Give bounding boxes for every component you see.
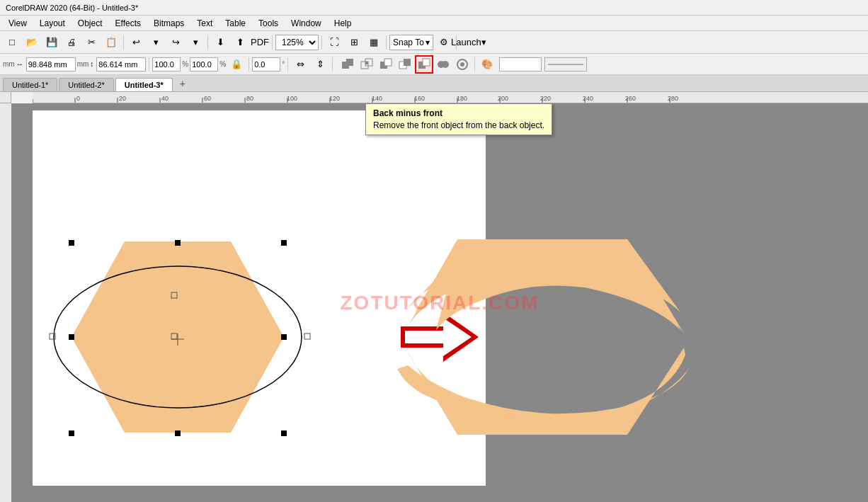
svg-rect-15 xyxy=(33,92,868,103)
tab-add-button[interactable]: + xyxy=(174,76,191,91)
sep3 xyxy=(272,35,273,50)
sep-prop3 xyxy=(287,57,288,72)
width-field: mm ↔ xyxy=(3,57,76,72)
scale-h-field: % xyxy=(190,57,226,72)
tabs-bar: Untitled-1* Untitled-2* Untitled-3* + xyxy=(0,75,868,92)
transform-btn1[interactable]: ⇔ xyxy=(291,55,309,74)
svg-point-14 xyxy=(460,62,464,67)
front-minus-back-button[interactable] xyxy=(396,55,414,74)
height-field: mm ↕ xyxy=(77,57,147,72)
redo-button[interactable]: ↪ xyxy=(166,33,185,52)
svg-point-12 xyxy=(442,61,449,68)
zoom-combo[interactable]: 125% 100% 75% 50% xyxy=(275,35,319,50)
svg-text:220: 220 xyxy=(540,95,551,102)
width-unit-label: mm xyxy=(3,60,15,68)
intersect-button[interactable] xyxy=(358,55,376,74)
menu-tools[interactable]: Tools xyxy=(253,17,284,30)
settings-button[interactable]: ⚙ xyxy=(435,33,453,52)
ruler-v-svg xyxy=(0,103,11,502)
svg-rect-8 xyxy=(404,59,411,66)
toolbar1: □ 📂 💾 🖨 ✂ 📋 ↩ ▾ ↪ ▾ ⬇ ⬆ PDF 125% 100% 75… xyxy=(0,31,868,54)
cut-button[interactable]: ✂ xyxy=(82,33,101,52)
height-input[interactable] xyxy=(96,57,146,72)
new-button[interactable]: □ xyxy=(3,33,21,52)
sep1 xyxy=(123,35,124,50)
menu-layout[interactable]: Layout xyxy=(34,17,71,30)
menu-text[interactable]: Text xyxy=(191,17,218,30)
fill-color-preview[interactable] xyxy=(499,57,542,72)
tab-untitled1[interactable]: Untitled-1* xyxy=(3,78,57,91)
boundary-button[interactable] xyxy=(453,55,472,74)
menu-effects[interactable]: Effects xyxy=(110,17,147,30)
sep-prop1 xyxy=(149,57,149,72)
svg-text:180: 180 xyxy=(457,95,467,102)
svg-text:240: 240 xyxy=(583,95,593,102)
pdf-button[interactable]: PDF xyxy=(251,33,269,52)
width-input[interactable] xyxy=(26,57,76,72)
angle-input[interactable] xyxy=(252,57,280,72)
tooltip-title: Back minus front xyxy=(373,108,544,118)
svg-text:140: 140 xyxy=(372,95,382,102)
menu-view[interactable]: View xyxy=(3,17,33,30)
canvas-area: ZOTUTORIAL.COM xyxy=(0,103,868,502)
scale-h-input[interactable] xyxy=(190,57,218,72)
tab-untitled3[interactable]: Untitled-3* xyxy=(115,78,173,91)
weld-button[interactable] xyxy=(338,55,357,74)
outline-color-preview[interactable] xyxy=(544,57,587,72)
svg-text:160: 160 xyxy=(414,95,425,102)
transform-btn2[interactable]: ⇕ xyxy=(311,55,329,74)
simplify-button[interactable] xyxy=(434,55,452,74)
handle-tl xyxy=(69,240,74,246)
snap-arrow[interactable]: ▾ xyxy=(426,38,430,47)
svg-text:0: 0 xyxy=(76,95,80,102)
ruler-container: 0 20 40 60 80 100 120 140 160 180 xyxy=(0,92,868,103)
fill-color-button[interactable]: 🎨 xyxy=(478,55,496,74)
sep-prop4 xyxy=(332,57,333,72)
angle-field: ° xyxy=(252,57,285,72)
trim-button[interactable] xyxy=(377,55,395,74)
menu-table[interactable]: Table xyxy=(219,17,251,30)
menu-object[interactable]: Object xyxy=(72,17,108,30)
grid2-button[interactable]: ▦ xyxy=(365,33,383,52)
print-button[interactable]: 🖨 xyxy=(62,33,81,52)
tooltip-description: Remove the front object from the back ob… xyxy=(373,120,544,130)
undo-arrow[interactable]: ▾ xyxy=(147,33,165,52)
tab-untitled2[interactable]: Untitled-2* xyxy=(59,78,113,91)
svg-rect-4 xyxy=(365,62,368,64)
scale-w-field: % xyxy=(152,57,188,72)
lock-ratio-button[interactable]: 🔒 xyxy=(227,55,246,74)
sep2 xyxy=(207,35,208,50)
canvas-svg xyxy=(11,103,868,502)
menu-bitmaps[interactable]: Bitmaps xyxy=(148,17,190,30)
ruler-horizontal: 0 20 40 60 80 100 120 140 160 180 xyxy=(33,92,868,103)
shapeops-row xyxy=(338,55,472,74)
title-text: CorelDRAW 2020 (64-Bit) - Untitled-3* xyxy=(6,4,138,12)
redo-arrow[interactable]: ▾ xyxy=(186,33,205,52)
export-button[interactable]: ⬆ xyxy=(231,33,249,52)
canvas[interactable]: ZOTUTORIAL.COM xyxy=(11,103,868,502)
open-button[interactable]: 📂 xyxy=(23,33,41,52)
launch-arrow: ▾ xyxy=(481,37,486,47)
svg-text:60: 60 xyxy=(204,95,211,102)
menu-window[interactable]: Window xyxy=(285,17,327,30)
width-arrow-icon: ↔ xyxy=(16,60,23,68)
copy-button[interactable]: 📋 xyxy=(102,33,120,52)
height-arrow-icon: ↕ xyxy=(90,60,93,68)
handle-bc xyxy=(175,430,181,436)
svg-text:80: 80 xyxy=(246,95,253,102)
scale-w-input[interactable] xyxy=(152,57,181,72)
back-minus-front-button[interactable] xyxy=(415,55,433,74)
full-screen-button[interactable]: ⛶ xyxy=(325,33,343,52)
snap-area: Snap To ▾ xyxy=(389,35,433,50)
svg-text:100: 100 xyxy=(287,95,297,102)
grid-button[interactable]: ⊞ xyxy=(345,33,363,52)
launch-btn[interactable]: Launch ▾ xyxy=(459,33,478,52)
save-button[interactable]: 💾 xyxy=(42,33,61,52)
undo-button[interactable]: ↩ xyxy=(127,33,145,52)
launch-label: Launch xyxy=(451,37,481,47)
menu-help[interactable]: Help xyxy=(329,17,358,30)
import-button[interactable]: ⬇ xyxy=(211,33,229,52)
svg-text:200: 200 xyxy=(498,95,508,102)
ruler-vertical xyxy=(0,103,11,502)
height-unit-label: mm xyxy=(77,60,89,68)
